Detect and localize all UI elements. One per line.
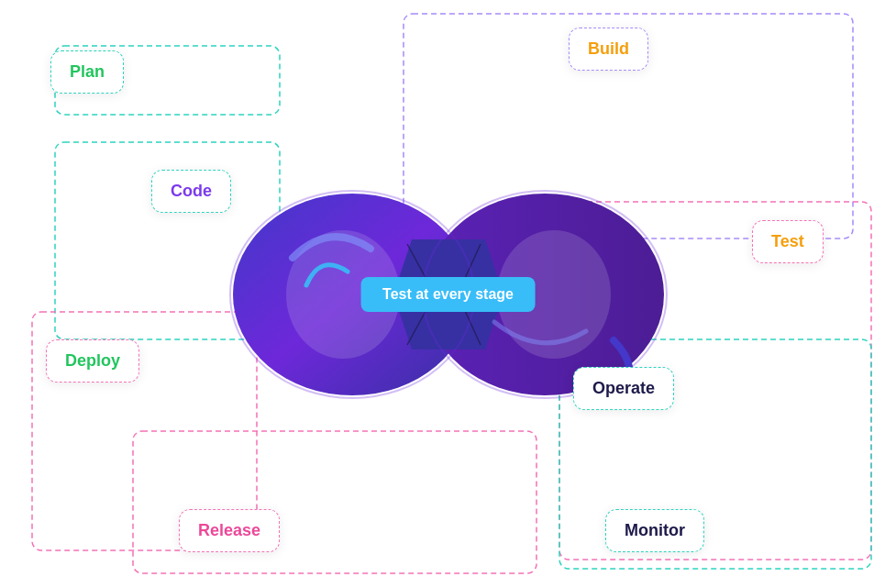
card-operate: Operate (573, 367, 674, 410)
card-release: Release (179, 509, 280, 552)
card-code: Code (151, 170, 231, 213)
card-test: Test (752, 220, 824, 263)
card-plan: Plan (50, 50, 124, 94)
card-monitor: Monitor (605, 509, 704, 552)
center-label: Test at every stage (360, 277, 536, 312)
card-deploy: Deploy (46, 339, 139, 383)
card-build: Build (569, 28, 648, 71)
diagram-container: Test at every stage Plan Build Code Test… (0, 0, 896, 588)
